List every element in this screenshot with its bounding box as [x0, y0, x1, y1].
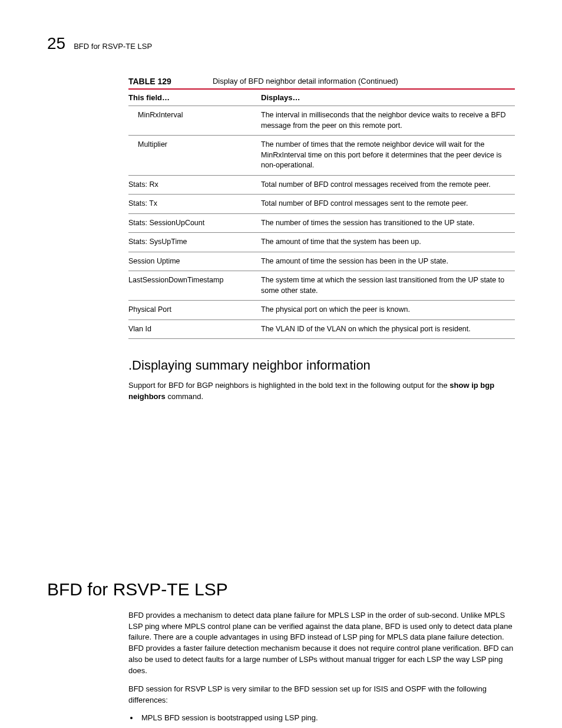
section-heading: BFD for RSVP-TE LSP: [47, 579, 515, 599]
chapter-number: 25: [47, 34, 65, 53]
desc-cell: The number of times the session has tran…: [261, 213, 515, 233]
section-p1: BFD provides a mechanism to detect data …: [128, 610, 515, 677]
field-cell: Stats: SessionUpCount: [128, 213, 261, 233]
bullet-list: MPLS BFD session is bootstrapped using L…: [128, 713, 515, 724]
field-cell: Stats: Rx: [128, 175, 261, 195]
table-row: Stats: RxTotal number of BFD control mes…: [128, 175, 515, 195]
desc-cell: The amount of time the session has been …: [261, 252, 515, 271]
running-title: BFD for RSVP-TE LSP: [74, 42, 152, 51]
desc-cell: The VLAN ID of the VLAN on which the phy…: [261, 319, 515, 339]
field-cell: Physical Port: [128, 301, 261, 320]
table-row: MultiplierThe number of times that the r…: [128, 136, 515, 176]
subsection-text-pre: Support for BFD for BGP neighbors is hig…: [128, 381, 449, 390]
subsection-heading: .Displaying summary neighbor information: [128, 358, 515, 373]
table-caption-text: Display of BFD neighbor detail informati…: [213, 77, 398, 86]
table-head-displays: Displays…: [261, 90, 515, 106]
field-cell: Stats: SysUpTime: [128, 233, 261, 252]
table-row: LastSessionDownTimestampThe system time …: [128, 271, 515, 301]
table-head-field: This field…: [128, 90, 261, 106]
list-item: MPLS BFD session is bootstrapped using L…: [139, 713, 515, 724]
page: 25 BFD for RSVP-TE LSP TABLE 129 Display…: [0, 0, 562, 728]
table-row: Stats: TxTotal number of BFD control mes…: [128, 195, 515, 214]
subsection-paragraph: Support for BFD for BGP neighbors is hig…: [128, 380, 515, 403]
desc-cell: The physical port on which the peer is k…: [261, 301, 515, 320]
desc-cell: The amount of time that the system has b…: [261, 233, 515, 252]
desc-cell: The interval in milliseconds that the ne…: [261, 106, 515, 136]
field-cell: LastSessionDownTimestamp: [128, 271, 261, 301]
field-cell: Vlan Id: [128, 319, 261, 339]
table-row: Session UptimeThe amount of time the ses…: [128, 252, 515, 271]
table-row: Stats: SessionUpCountThe number of times…: [128, 213, 515, 233]
section-body: BFD provides a mechanism to detect data …: [128, 610, 515, 724]
desc-cell: The system time at which the session las…: [261, 271, 515, 301]
running-header: 25 BFD for RSVP-TE LSP: [47, 34, 515, 53]
desc-cell: The number of times that the remote neig…: [261, 136, 515, 176]
table-label: TABLE 129: [128, 77, 171, 86]
desc-cell: Total number of BFD control messages sen…: [261, 195, 515, 214]
table-row: Stats: SysUpTimeThe amount of time that …: [128, 233, 515, 252]
detail-table: This field… Displays… MinRxIntervalThe i…: [128, 90, 515, 339]
main-section: BFD for RSVP-TE LSP BFD provides a mecha…: [47, 579, 515, 724]
table-body: MinRxIntervalThe interval in millisecond…: [128, 106, 515, 339]
table-row: Physical PortThe physical port on which …: [128, 301, 515, 320]
table-row: Vlan IdThe VLAN ID of the VLAN on which …: [128, 319, 515, 339]
table-block: TABLE 129 Display of BFD neighbor detail…: [128, 77, 515, 403]
field-cell: MinRxInterval: [128, 106, 261, 136]
section-p2: BFD session for RSVP LSP is very similar…: [128, 684, 515, 706]
field-cell: Multiplier: [128, 136, 261, 176]
field-cell: Stats: Tx: [128, 195, 261, 214]
table-caption: TABLE 129 Display of BFD neighbor detail…: [128, 77, 515, 90]
table-row: MinRxIntervalThe interval in millisecond…: [128, 106, 515, 136]
desc-cell: Total number of BFD control messages rec…: [261, 175, 515, 195]
subsection-text-post: command.: [166, 392, 203, 401]
field-cell: Session Uptime: [128, 252, 261, 271]
